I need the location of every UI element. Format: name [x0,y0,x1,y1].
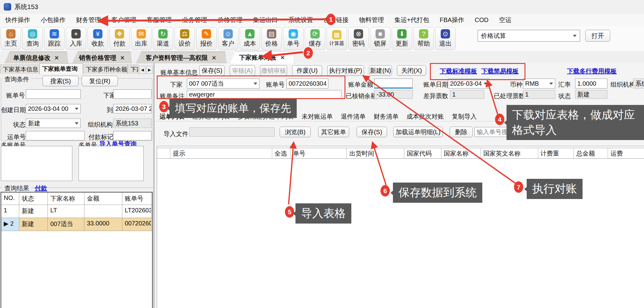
results-header-5[interactable]: 账单号 [122,192,151,205]
tab-1[interactable]: 单票信息修改✕ [4,52,68,64]
waybill-col-3[interactable]: 全选 [272,148,290,158]
load-detail-button[interactable]: 加载运单明细(L) [393,127,443,137]
results-header-4[interactable]: 金额 [84,192,122,205]
toolbar-help-button[interactable]: ?帮助 [413,27,434,50]
multi-bill-textarea[interactable] [1,146,72,181]
table-row[interactable]: 1新建LTLT2026030 [1,205,152,218]
waybill-col-10[interactable]: 总金额 [574,148,608,158]
close-icon[interactable]: ✕ [54,54,59,61]
toolbar-outbound-button[interactable]: ✉出库 [131,27,151,50]
waybill-col-1[interactable] [157,148,170,158]
toolbar-update-button[interactable]: ⬇更新 [392,27,412,50]
waybill-col-9[interactable]: 计费重 [538,148,574,158]
pay-mark-input[interactable] [113,131,151,140]
toolbar-price-button[interactable]: ▤价格 [261,27,282,50]
toolbar-calculator-button[interactable]: ▦计算器 [327,27,347,50]
reset-button[interactable]: 复位(R) [82,76,118,86]
menu-item-9[interactable]: 系统设置 [283,16,318,24]
toolbar-tracking-no-button[interactable]: ◉单号 [283,27,304,50]
waybill-col-11[interactable]: 运费 [608,148,644,158]
save-button[interactable]: 保存(S) [199,65,225,76]
subtab-7[interactable]: 成本批次对账 [403,112,448,121]
close-button[interactable]: 关闭(X) [397,65,426,76]
toolbar-pay-button[interactable]: ❖付款 [109,27,130,50]
to-date-input[interactable]: 2026-03-07 2 [113,104,151,113]
close-icon[interactable]: ✕ [120,54,125,61]
scroll-left-icon[interactable]: ◀ [139,66,146,74]
waybill-col-2[interactable]: 提示 [170,148,272,158]
toolbar-cache-button[interactable]: ⟳缓存 [305,27,325,50]
subtab-4[interactable]: 未对账运单 [298,112,337,121]
menu-item-10[interactable]: 友情链接 [318,16,354,24]
toolbar-exit-button[interactable]: ⊙退出 [435,27,456,50]
scroll-right-icon[interactable]: ▶ [146,66,153,74]
menu-item-15[interactable]: 空运 [494,16,517,24]
create-date-select[interactable]: 2026-03-04 00 [26,104,81,113]
menu-item-1[interactable]: 快件操作 [0,16,35,24]
other-bill-button[interactable]: 其它账单 [318,127,349,137]
waybill-col-4[interactable]: 单号 [290,148,347,158]
tab-4[interactable]: 下家账单对账✕ [230,51,294,64]
close-icon[interactable]: ✕ [280,54,285,61]
delete-button[interactable]: 删除 [450,127,473,137]
menu-item-7[interactable]: 价格管理 [212,16,248,24]
menu-item-3[interactable]: 财务管理 [71,16,106,24]
toolbar-inbound-button[interactable]: ⌖入库 [66,27,86,50]
toolbar-quote-button[interactable]: ✎报价 [196,27,217,50]
simple-template-link[interactable]: 下载简易模板 [481,67,519,75]
run-reconcile-button[interactable]: 执行对账(P) [327,65,364,76]
remark-input[interactable]: ewgerger [187,90,341,99]
left-tab-4[interactable]: 下家已 [128,65,138,74]
menu-item-11[interactable]: 物料管理 [354,16,389,24]
subtab-8[interactable]: 复制导入 [448,112,481,121]
toolbar-lock-screen-button[interactable]: ■锁屏 [370,27,390,50]
menu-item-14[interactable]: COD [470,16,494,24]
toolbar-search-button[interactable]: ◎查询 [22,27,43,50]
close-icon[interactable]: ✕ [212,54,217,61]
audit-button[interactable]: 审核(A) [230,65,255,76]
toolbar-home-button[interactable]: ⌂主页 [1,27,21,50]
currency-select[interactable]: RMB [523,79,555,88]
menu-item-6[interactable]: 业务管理 [177,16,212,24]
rate-input[interactable]: 1.0000 [575,79,607,88]
status-select[interactable]: 新建 [26,119,81,128]
waybill-col-7[interactable]: 国家名称 [441,148,481,158]
new-button[interactable]: 新建(N) [369,65,392,76]
left-tab-1[interactable]: 下家基本信息 [0,65,39,74]
bill-no-input[interactable] [26,89,81,99]
bill-no-input[interactable]: 00720260304 [286,79,328,88]
toolbar-password-button[interactable]: ⊗密码 [348,27,369,50]
menu-item-2[interactable]: 小包操作 [35,16,71,24]
toolbar-set-price-button[interactable]: ⚖设价 [174,27,195,50]
left-tab-3[interactable]: 下家多币种余额 [83,65,128,74]
search-button[interactable]: 搜索(S) [43,76,79,86]
date-select[interactable]: 2026-03-04 [448,79,489,88]
menu-item-8[interactable]: 集运出口 [248,16,283,24]
menu-item-5[interactable]: 客服管理 [142,16,177,24]
multi-fee-template-link[interactable]: 下载多行费用模板 [567,67,617,75]
void-button[interactable]: 作废(U) [292,65,322,76]
menu-item-13[interactable]: FBA操作 [435,16,470,24]
tab-3[interactable]: 客户资料管理---高权限✕ [136,52,227,64]
multi-no-textarea[interactable] [79,146,144,181]
amount-input[interactable] [374,79,413,88]
results-header-1[interactable]: NO. [1,192,19,205]
toolbar-channel-button[interactable]: ↻渠道 [153,27,173,50]
pay-link[interactable]: 付款 [35,184,47,192]
subtab-5[interactable]: 退件清单 [337,112,370,121]
toolbar-receive-payment-button[interactable]: ¥收款 [88,27,108,50]
import-file-input[interactable] [189,127,275,137]
toolbar-customer-button[interactable]: ☺客户 [218,27,238,50]
menu-item-4[interactable]: 客户管理 [106,16,142,24]
waybill-col-5[interactable]: 出货时间 [347,148,404,158]
tab-2[interactable]: 销售价格管理✕ [72,52,132,64]
cancel-audit-button[interactable]: 撤销审核 [260,65,287,76]
results-header-3[interactable]: 下家名称 [48,192,84,205]
open-button[interactable]: 打开 [585,30,610,42]
results-header-2[interactable]: 状态 [19,192,48,205]
waybill-col-6[interactable]: 国家代码 [404,148,441,158]
browse-button[interactable]: 浏览(B) [280,127,311,137]
standard-template-link[interactable]: 下载标准模板 [440,67,477,75]
subtab-6[interactable]: 财务清单 [370,112,403,121]
waybill-input[interactable] [26,131,85,140]
